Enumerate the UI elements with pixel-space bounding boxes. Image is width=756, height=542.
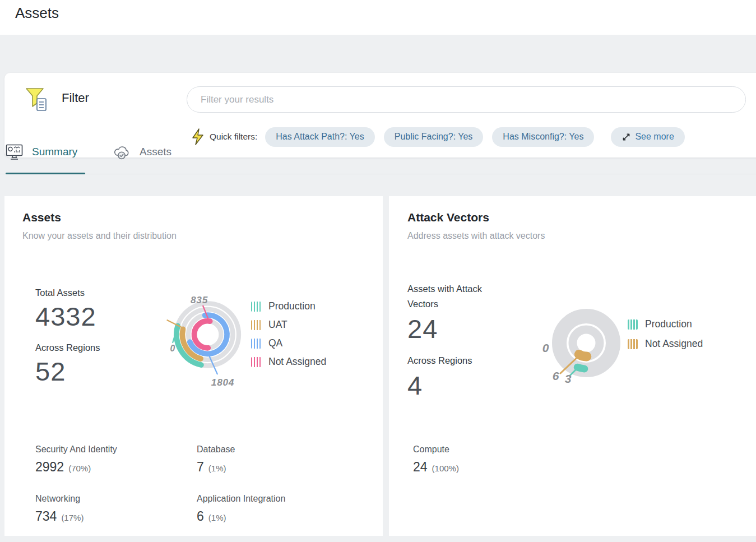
quick-filters-row: Quick filters: Has Attack Path?: Yes Pub… [192, 127, 752, 147]
breakdown-item-networking: Networking 734 (17%) [35, 494, 197, 524]
attack-card-title: Attack Vectors [407, 211, 489, 224]
legend-swatch-not-assigned [251, 357, 261, 367]
breakdown-pct: (17%) [61, 513, 84, 522]
legend-item-production[interactable]: Production [251, 300, 326, 312]
attack-stats: Assets with Attack Vectors 24 Across Reg… [407, 281, 505, 409]
legend-swatch-uat [251, 320, 261, 330]
chart-label-qa: 1804 [211, 377, 234, 388]
breakdown-label: Security And Identity [35, 444, 197, 455]
legend-item-uat[interactable]: UAT [251, 319, 326, 331]
not-assigned-arc[interactable] [194, 321, 210, 348]
attack-breakdown: Compute 24 (100%) [413, 444, 459, 475]
legend-item-production[interactable]: Production [628, 318, 703, 330]
breakdown-pct: (1%) [208, 464, 226, 473]
attack-chart-legend: Production Not Assigned [628, 318, 703, 350]
legend-swatch-production [628, 319, 638, 330]
assets-stats: Total Assets 4332 Across Regions 52 [35, 288, 147, 398]
breakdown-label: Compute [413, 444, 459, 455]
lightning-icon [192, 128, 204, 145]
breakdown-value: 734 [35, 509, 57, 524]
legend-label: Production [645, 318, 692, 330]
assets-breakdown: Security And Identity 2992 (70%) Databas… [35, 444, 285, 524]
total-assets-value: 4332 [35, 303, 147, 330]
legend-swatch-not-assigned [628, 339, 638, 349]
chart-label-production: 0 [170, 344, 175, 353]
legend-item-not-assigned[interactable]: Not Assigned [251, 356, 326, 368]
quick-filter-pill-misconfig[interactable]: Has Misconfig?: Yes [492, 127, 594, 147]
legend-swatch-qa [251, 339, 261, 349]
quick-filters-label: Quick filters: [210, 132, 257, 142]
quick-filter-pill-attack-path[interactable]: Has Attack Path?: Yes [265, 127, 374, 147]
legend-label: QA [268, 337, 282, 349]
ring-track-outer [559, 316, 613, 370]
cloud-check-icon [112, 144, 131, 160]
across-regions-label: Across Regions [407, 353, 505, 368]
tab-assets[interactable]: Assets [112, 141, 171, 163]
chart-label-not-assigned: 835 [191, 294, 208, 305]
active-tab-indicator [6, 173, 85, 174]
assets-chart-legend: Production UAT QA Not Assigned [251, 300, 326, 368]
chart-label-not-assigned: 6 [553, 369, 560, 382]
across-regions-label: Across Regions [35, 342, 147, 353]
legend-swatch-production [251, 302, 261, 312]
breakdown-item-database: Database 7 (1%) [197, 444, 285, 475]
see-more-label: See more [635, 132, 674, 142]
breakdown-label: Networking [35, 494, 197, 504]
legend-label: Not Assigned [645, 338, 703, 350]
assets-environment-donut-chart[interactable]: 835 1804 0 [161, 283, 254, 388]
breakdown-value: 6 [197, 509, 204, 524]
page-header: Assets [0, 0, 756, 35]
across-regions-value: 4 [407, 372, 505, 399]
chart-label-baseline: 0 [542, 341, 550, 354]
breakdown-label: Application Integration [197, 494, 285, 504]
assets-card: Assets Know your assets and their distri… [4, 196, 383, 536]
tab-summary-label: Summary [32, 146, 77, 158]
legend-label: Not Assigned [268, 356, 326, 368]
page-title: Assets [15, 4, 59, 22]
tab-summary[interactable]: Summary [6, 141, 77, 163]
quick-filter-pill-public-facing[interactable]: Public Facing?: Yes [384, 127, 484, 147]
breakdown-item-compute: Compute 24 (100%) [413, 444, 459, 475]
legend-label: Production [268, 300, 316, 312]
assets-card-title: Assets [22, 211, 61, 224]
attack-card-subtitle: Address assets with attack vectors [407, 231, 545, 241]
tabs-divider [0, 174, 756, 174]
breakdown-value: 24 [413, 460, 428, 475]
breakdown-pct: (1%) [208, 513, 226, 522]
breakdown-value: 7 [197, 460, 204, 475]
breakdown-label: Database [197, 444, 285, 455]
filter-funnel-icon [24, 85, 50, 113]
legend-item-not-assigned[interactable]: Not Assigned [628, 338, 703, 350]
tab-assets-label: Assets [140, 146, 171, 158]
filter-label: Filter [62, 91, 89, 105]
chart-label-production: 3 [565, 372, 572, 385]
filter-input[interactable] [187, 86, 746, 113]
legend-label: UAT [268, 319, 287, 331]
legend-item-qa[interactable]: QA [251, 337, 326, 349]
breakdown-value: 2992 [35, 460, 64, 475]
breakdown-item-application-integration: Application Integration 6 (1%) [197, 494, 285, 524]
monitor-chart-icon [6, 144, 23, 160]
assets-with-attack-vectors-label: Assets with Attack Vectors [407, 281, 505, 312]
across-regions-value: 52 [35, 358, 147, 385]
breakdown-pct: (100%) [432, 464, 459, 473]
breakdown-item-security-identity: Security And Identity 2992 (70%) [35, 444, 197, 475]
total-assets-label: Total Assets [35, 288, 147, 298]
assets-card-subtitle: Know your assets and their distribution [22, 231, 177, 241]
expand-icon [622, 132, 631, 142]
see-more-button[interactable]: See more [611, 127, 684, 147]
breakdown-pct: (70%) [68, 464, 91, 473]
assets-with-attack-vectors-value: 24 [407, 315, 505, 342]
attack-vectors-card: Attack Vectors Address assets with attac… [389, 196, 756, 536]
